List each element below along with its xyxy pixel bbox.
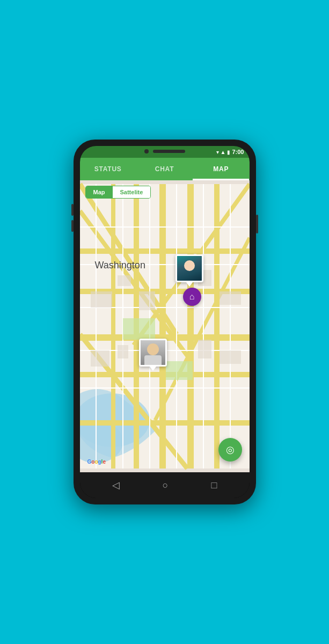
svg-rect-31 <box>139 291 155 310</box>
home-marker[interactable]: ⌂ <box>183 288 201 306</box>
phone-frame: ▾ ▲ ▮ 7:00 STATUS CHAT MAP <box>74 140 256 504</box>
phone-top-decorations <box>144 149 185 153</box>
signal-icon: ▲ <box>221 149 226 155</box>
male-user-marker[interactable] <box>139 339 167 367</box>
svg-rect-38 <box>123 318 155 340</box>
home-icon: ⌂ <box>189 292 195 302</box>
svg-rect-11 <box>80 372 250 377</box>
map-type-toggle[interactable]: Map Sattelite <box>85 186 151 199</box>
female-avatar-image <box>177 256 202 281</box>
map-background <box>80 180 250 472</box>
svg-rect-39 <box>166 361 193 380</box>
female-user-marker[interactable] <box>176 254 203 282</box>
female-avatar <box>176 254 203 282</box>
male-avatar <box>139 339 167 367</box>
wifi-icon: ▾ <box>216 149 219 155</box>
app-bar: STATUS CHAT MAP <box>80 158 250 180</box>
google-logo: Google <box>87 459 106 465</box>
svg-rect-29 <box>91 291 112 308</box>
battery-icon: ▮ <box>227 149 230 155</box>
svg-rect-12 <box>80 420 250 426</box>
location-fab[interactable]: ◎ <box>218 438 242 462</box>
phone-screen: ▾ ▲ ▮ 7:00 STATUS CHAT MAP <box>80 146 250 498</box>
map-button[interactable]: Map <box>86 186 113 198</box>
tab-chat[interactable]: CHAT <box>136 158 193 180</box>
tab-status[interactable]: STATUS <box>80 158 136 180</box>
volume-down-button[interactable] <box>71 220 74 232</box>
location-icon: ◎ <box>226 444 235 456</box>
volume-up-button[interactable] <box>71 204 74 216</box>
satellite-button[interactable]: Sattelite <box>113 186 151 198</box>
home-button[interactable]: ○ <box>163 480 169 491</box>
svg-rect-34 <box>91 350 109 367</box>
nav-bar: ◁ ○ □ <box>80 472 250 498</box>
svg-rect-36 <box>198 340 211 358</box>
speaker <box>153 150 185 153</box>
status-icons: ▾ ▲ ▮ 7:00 <box>216 149 244 155</box>
back-button[interactable]: ◁ <box>112 479 120 491</box>
svg-rect-35 <box>118 345 128 358</box>
tab-map[interactable]: MAP <box>193 158 249 180</box>
svg-rect-37 <box>220 350 241 364</box>
svg-rect-30 <box>118 275 131 286</box>
volume-buttons <box>71 204 74 232</box>
recents-button[interactable]: □ <box>211 480 217 491</box>
camera <box>144 149 149 153</box>
male-avatar-image <box>141 340 165 365</box>
city-label: Washington <box>95 260 145 271</box>
map-container[interactable]: Map Sattelite Washington ⌂ <box>80 180 250 472</box>
svg-rect-8 <box>80 248 250 254</box>
status-time: 7:00 <box>232 149 244 155</box>
power-button[interactable] <box>256 215 258 233</box>
svg-rect-33 <box>220 291 241 305</box>
